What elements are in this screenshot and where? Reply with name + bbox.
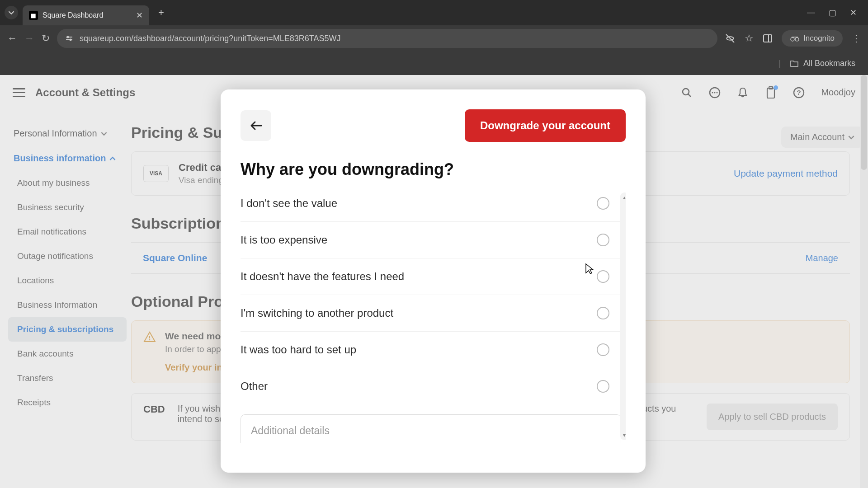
radio-button[interactable]: [597, 380, 609, 393]
site-settings-icon: [65, 34, 73, 42]
radio-button[interactable]: [597, 270, 609, 283]
new-tab-button[interactable]: +: [154, 7, 169, 19]
svg-point-3: [70, 39, 72, 41]
reason-option[interactable]: It doesn't have the features I need: [241, 258, 621, 295]
svg-rect-4: [764, 35, 772, 42]
maximize-button[interactable]: ▢: [829, 8, 836, 18]
close-window-button[interactable]: ✕: [850, 8, 857, 18]
cursor-icon: [585, 263, 594, 275]
incognito-badge: Incognito: [782, 30, 843, 47]
address-bar: ← → ↻ squareup.com/dashboard/account/pri…: [0, 25, 868, 52]
url-text: squareup.com/dashboard/account/pricing?u…: [80, 34, 341, 43]
reason-option[interactable]: Other: [241, 368, 621, 404]
minimize-button[interactable]: —: [807, 8, 815, 18]
radio-button[interactable]: [597, 234, 609, 246]
reason-option[interactable]: It was too hard to set up: [241, 332, 621, 368]
forward-button: →: [24, 33, 34, 44]
additional-details-input[interactable]: Additional details: [241, 414, 621, 443]
favicon: ◼: [29, 11, 38, 20]
scroll-up-arrow[interactable]: ▴: [623, 194, 626, 201]
arrow-left-icon: [250, 120, 262, 131]
scroll-down-arrow[interactable]: ▾: [623, 432, 626, 438]
incognito-icon: [790, 35, 800, 42]
bookmarks-bar: | All Bookmarks: [0, 52, 868, 75]
radio-button[interactable]: [597, 307, 609, 319]
tab-bar: ◼ Square Dashboard ✕ + — ▢ ✕: [0, 0, 868, 25]
browser-menu-button[interactable]: ⋮: [852, 33, 861, 44]
folder-icon: [790, 59, 799, 67]
browser-tab[interactable]: ◼ Square Dashboard ✕: [23, 5, 149, 25]
modal-back-button[interactable]: [241, 110, 271, 141]
radio-button[interactable]: [597, 197, 609, 210]
downgrade-modal: Downgrade your account Why are you downg…: [221, 89, 646, 473]
svg-point-7: [795, 38, 799, 41]
svg-point-2: [67, 36, 69, 38]
downgrade-button[interactable]: Downgrade your account: [465, 109, 626, 142]
tab-close-button[interactable]: ✕: [136, 10, 143, 20]
chevron-down-icon: [8, 9, 14, 16]
eye-off-icon[interactable]: [725, 33, 736, 44]
url-input[interactable]: squareup.com/dashboard/account/pricing?u…: [57, 29, 717, 48]
back-button[interactable]: ←: [7, 33, 17, 44]
modal-scrollbar[interactable]: ▴ ▾: [620, 192, 626, 440]
svg-point-6: [791, 38, 794, 41]
reload-button[interactable]: ↻: [42, 33, 50, 44]
tab-search-button[interactable]: [5, 6, 18, 19]
reason-option[interactable]: It is too expensive: [241, 222, 621, 258]
modal-title: Why are you downgrading?: [241, 160, 626, 179]
radio-button[interactable]: [597, 343, 609, 356]
panel-icon[interactable]: [763, 33, 773, 43]
window-controls: — ▢ ✕: [807, 8, 863, 18]
bookmark-star-icon[interactable]: ☆: [745, 33, 754, 44]
all-bookmarks-button[interactable]: All Bookmarks: [803, 59, 855, 68]
tab-title: Square Dashboard: [42, 11, 132, 19]
reason-option[interactable]: I'm switching to another product: [241, 295, 621, 332]
reason-option[interactable]: I don't see the value: [241, 190, 621, 222]
